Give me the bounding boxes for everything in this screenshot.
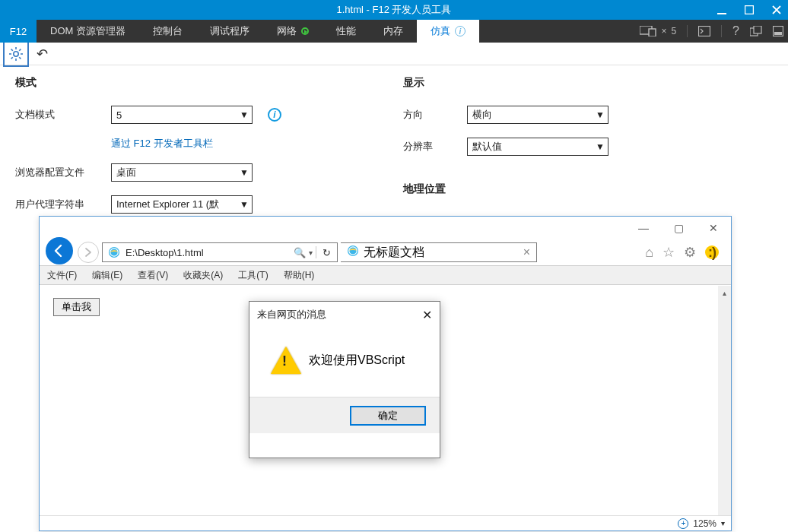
ie-icon [347, 245, 359, 260]
tab-network[interactable]: 网络 [263, 20, 323, 43]
tab-debugger[interactable]: 调试程序 [196, 20, 263, 43]
ie-menubar: 文件(F) 编辑(E) 查看(V) 收藏夹(A) 工具(T) 帮助(H) [40, 265, 731, 285]
profile-label: 浏览器配置文件 [15, 166, 100, 179]
minimize-button[interactable] [715, 3, 729, 17]
ie-maximize[interactable]: ▢ [661, 217, 696, 239]
alert-footer: 确定 [249, 397, 440, 433]
geo-title: 地理位置 [403, 182, 608, 196]
orient-label: 方向 [403, 108, 456, 122]
menu-favorites[interactable]: 收藏夹(A) [176, 269, 230, 282]
pin-button[interactable] [773, 26, 783, 36]
zoom-in-icon[interactable]: + [678, 518, 688, 529]
maximize-button[interactable] [742, 3, 756, 17]
ie-icon [107, 245, 121, 259]
console-shortcut[interactable] [698, 26, 710, 36]
ie-minimize[interactable]: — [626, 217, 661, 239]
play-icon [301, 27, 309, 35]
alert-ok-button[interactable]: 确定 [350, 406, 426, 426]
tab-dom-explorer[interactable]: DOM 资源管理器 [37, 20, 139, 43]
f12-title-text: 1.html - F12 开发人员工具 [337, 3, 452, 17]
separator [316, 246, 316, 258]
forward-button[interactable] [78, 242, 99, 263]
dropdown-icon[interactable]: ▾ [309, 249, 313, 257]
menu-file[interactable]: 文件(F) [40, 269, 84, 282]
tab-close[interactable]: × [523, 245, 530, 259]
svg-rect-4 [699, 27, 710, 36]
profile-value: 桌面 [116, 166, 136, 179]
tab-memory[interactable]: 内存 [370, 20, 417, 43]
scroll-up[interactable]: ▴ [723, 286, 726, 300]
svg-point-9 [14, 51, 18, 55]
f12-titlebar: 1.html - F12 开发人员工具 [0, 0, 788, 20]
chevron-down-icon: ▼ [240, 109, 249, 120]
svg-rect-6 [754, 26, 761, 33]
separator [687, 25, 688, 37]
tab-title: 无标题文档 [364, 245, 424, 261]
f12-body: 模式 文档模式 5▼ i 通过 F12 开发者工具栏 浏览器配置文件 桌面▼ 用… [0, 65, 788, 225]
back-button[interactable] [46, 237, 73, 264]
display-column: 显示 方向 横向▼ 分辨率 默认值▼ 地理位置 [403, 76, 608, 214]
docmode-label: 文档模式 [15, 108, 100, 122]
address-text: E:\Desktop\1.html [126, 247, 291, 258]
tab-performance[interactable]: 性能 [323, 20, 370, 43]
alert-dialog: 来自网页的消息 ✕ ! 欢迎使用VBScript 确定 [249, 301, 440, 458]
f12-badge-tab[interactable]: F12 [0, 20, 37, 43]
menu-tools[interactable]: 工具(T) [230, 269, 275, 282]
zoom-level: 125% [693, 518, 717, 529]
orient-select[interactable]: 横向▼ [467, 106, 608, 124]
display-title: 显示 [403, 76, 608, 90]
mode-column: 模式 文档模式 5▼ i 通过 F12 开发者工具栏 浏览器配置文件 桌面▼ 用… [15, 76, 281, 214]
page-button[interactable]: 单击我 [53, 298, 100, 316]
tab-network-label: 网络 [277, 24, 297, 38]
chevron-down-icon: ▼ [240, 167, 249, 178]
alert-message: 欢迎使用VBScript [309, 353, 405, 369]
browser-tab[interactable]: 无标题文档 × [341, 242, 537, 262]
alert-body: ! 欢迎使用VBScript [249, 328, 440, 397]
responsive-count: 5 [671, 26, 676, 36]
profile-select[interactable]: 桌面▼ [111, 163, 253, 182]
responsive-tool[interactable]: ×5 [640, 26, 676, 36]
zoom-dropdown[interactable]: ▾ [721, 519, 725, 527]
ua-select[interactable]: Internet Explorer 11 (默▼ [111, 195, 253, 214]
f12-right-tools: ×5 ? [640, 20, 783, 43]
tools-icon[interactable]: ⚙ [684, 244, 696, 261]
ie-caption: — ▢ ✕ [40, 217, 731, 239]
svg-rect-8 [774, 32, 782, 35]
ie-close[interactable]: ✕ [696, 217, 731, 239]
docmode-link[interactable]: 通过 F12 开发者工具栏 [111, 137, 281, 150]
res-select[interactable]: 默认值▼ [467, 138, 608, 156]
undock-button[interactable] [750, 26, 762, 36]
svg-rect-3 [649, 29, 656, 36]
home-icon[interactable]: ⌂ [645, 245, 653, 261]
alert-titlebar: 来自网页的消息 ✕ [249, 302, 440, 328]
vertical-scrollbar[interactable]: ▴ ▾ [718, 286, 731, 524]
menu-help[interactable]: 帮助(H) [276, 269, 323, 282]
menu-edit[interactable]: 编辑(E) [84, 269, 130, 282]
feedback-icon[interactable] [705, 245, 719, 259]
alert-close[interactable]: ✕ [422, 308, 432, 322]
close-button[interactable] [770, 3, 783, 17]
reset-button[interactable]: ↶ [30, 43, 53, 65]
settings-button[interactable] [5, 43, 27, 65]
f12-window-controls [715, 0, 783, 20]
docmode-select[interactable]: 5▼ [111, 106, 253, 124]
docmode-info[interactable]: i [268, 108, 281, 122]
mode-title: 模式 [15, 76, 281, 90]
menu-view[interactable]: 查看(V) [130, 269, 176, 282]
svg-line-17 [11, 57, 13, 59]
alert-title: 来自网页的消息 [257, 309, 326, 321]
tab-strip: 无标题文档 × [341, 242, 642, 262]
f12-tabstrip: F12 DOM 资源管理器 控制台 调试程序 网络 性能 内存 仿真i ×5 ? [0, 20, 788, 43]
ie-right-icons: ⌂ ☆ ⚙ [645, 244, 725, 261]
help-button[interactable]: ? [732, 24, 739, 38]
favorites-icon[interactable]: ☆ [662, 244, 675, 261]
refresh-icon[interactable]: ↻ [319, 247, 334, 258]
tab-console[interactable]: 控制台 [139, 20, 196, 43]
svg-line-15 [19, 57, 21, 59]
search-icon[interactable]: 🔍 [291, 247, 309, 258]
tab-emulation-label: 仿真 [431, 24, 450, 38]
tab-emulation[interactable]: 仿真i [417, 20, 479, 43]
ie-statusbar: + 125% ▾ [40, 515, 731, 530]
separator [721, 25, 722, 37]
address-bar[interactable]: E:\Desktop\1.html 🔍 ▾ ↻ [102, 242, 338, 262]
